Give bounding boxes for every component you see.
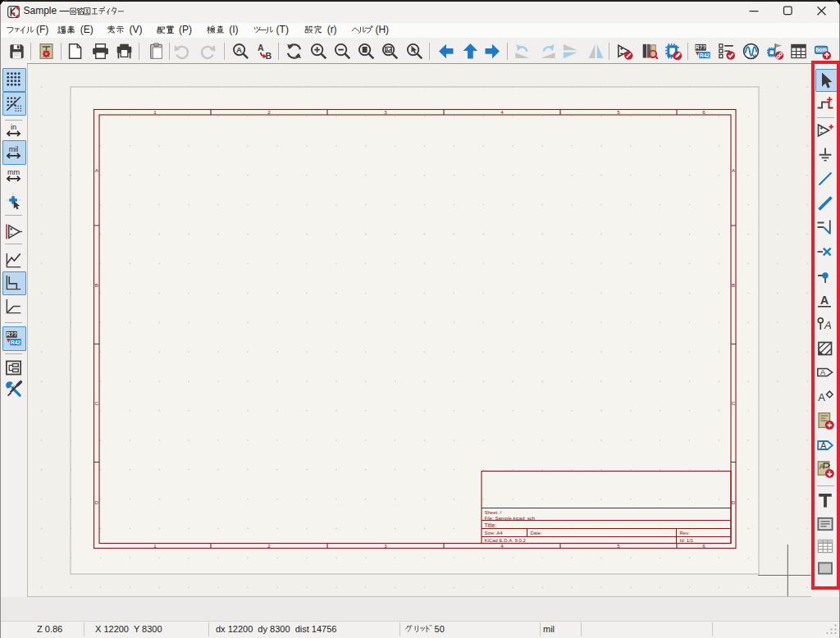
svg-text:Size: A4: Size: A4 <box>485 531 504 535</box>
svg-text:Date:: Date: <box>531 531 543 535</box>
svg-text:mm: mm <box>7 168 20 176</box>
svg-text:4: 4 <box>500 543 504 549</box>
svg-text:2: 2 <box>267 543 271 549</box>
svg-text:3: 3 <box>384 109 387 115</box>
svg-text:D: D <box>732 499 736 505</box>
svg-text:B: B <box>265 51 272 61</box>
svg-text:6: 6 <box>702 543 705 549</box>
svg-text:3: 3 <box>384 543 387 549</box>
svg-text:A: A <box>257 43 263 52</box>
svg-text:File: Sample.kicad_sch: File: Sample.kicad_sch <box>485 516 536 521</box>
svg-text:B: B <box>95 282 98 288</box>
svg-text:1: 1 <box>153 109 157 115</box>
svg-text:R??: R?? <box>7 331 17 337</box>
svg-text:6: 6 <box>702 109 705 115</box>
svg-text:R42: R42 <box>11 339 21 344</box>
svg-text:4: 4 <box>500 109 504 115</box>
svg-text:Sheet: /: Sheet: / <box>485 510 502 515</box>
svg-text:D: D <box>95 499 99 505</box>
svg-text:B: B <box>732 282 735 288</box>
svg-text:R??: R?? <box>695 44 705 50</box>
svg-text:in: in <box>11 123 16 131</box>
svg-text:Id: 1/1: Id: 1/1 <box>680 538 694 543</box>
svg-text:5: 5 <box>617 543 620 549</box>
svg-text:C: C <box>732 400 736 406</box>
svg-text:R42: R42 <box>700 52 710 58</box>
svg-text:2: 2 <box>267 109 271 115</box>
svg-text:1: 1 <box>153 543 157 549</box>
svg-text:C: C <box>95 400 99 406</box>
svg-text:A: A <box>236 45 242 54</box>
svg-text:Rev:: Rev: <box>680 531 691 535</box>
svg-text:KiCad E.D.A. 9.0.2: KiCad E.D.A. 9.0.2 <box>485 538 527 543</box>
svg-text:mil: mil <box>9 144 19 153</box>
svg-text:5: 5 <box>617 109 620 115</box>
svg-text:Title:: Title: <box>485 522 497 528</box>
